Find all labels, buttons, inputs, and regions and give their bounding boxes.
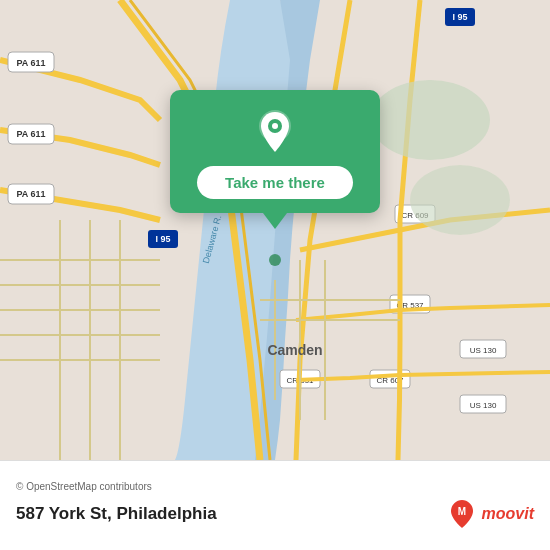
svg-text:PA 611: PA 611 [16,58,45,68]
svg-text:Camden: Camden [267,342,322,358]
svg-text:US 130: US 130 [470,401,497,410]
svg-text:PA 611: PA 611 [16,189,45,199]
svg-point-27 [410,165,510,235]
moovit-wordmark: moovit [482,505,534,523]
copyright-text: © OpenStreetMap contributors [16,481,534,492]
svg-point-31 [272,123,278,129]
bottom-bar: © OpenStreetMap contributors 587 York St… [0,460,550,550]
svg-text:I 95: I 95 [155,234,170,244]
svg-point-28 [269,254,281,266]
address-text: 587 York St, Philadelphia [16,504,217,524]
location-pin-icon [251,108,299,156]
svg-text:US 130: US 130 [470,346,497,355]
moovit-logo: M moovit [446,498,534,530]
svg-text:PA 611: PA 611 [16,129,45,139]
bottom-row: 587 York St, Philadelphia M moovit [16,498,534,530]
take-me-there-button[interactable]: Take me there [197,166,353,199]
svg-text:M: M [457,506,465,517]
moovit-brand-icon: M [446,498,478,530]
svg-point-26 [370,80,490,160]
popup-card: Take me there [170,90,380,213]
map-background: PA 611 PA 611 PA 611 I 95 I 95 CR 609 CR… [0,0,550,460]
svg-text:I 95: I 95 [452,12,467,22]
map-container: PA 611 PA 611 PA 611 I 95 I 95 CR 609 CR… [0,0,550,460]
